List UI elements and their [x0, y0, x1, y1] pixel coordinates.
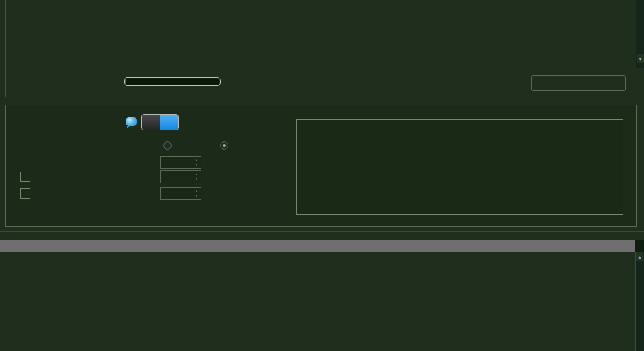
walk-forward-chart: [296, 119, 623, 215]
parameters-scrollbar[interactable]: ▼: [636, 0, 644, 68]
progress-fill: [125, 78, 126, 85]
out-sample-input[interactable]: ▲▼: [160, 187, 201, 200]
table-section-divider: [0, 231, 644, 232]
section-divider: [5, 97, 638, 97]
strategy-optimizer-window: ▼ ▲▼ ▲▼: [0, 0, 644, 351]
panel-left-border: [5, 0, 6, 97]
results-table-body: [0, 252, 635, 351]
results-scrollbar[interactable]: ▲: [635, 252, 644, 351]
radio-gekoppeld[interactable]: [163, 141, 172, 150]
in-sample-swatch: [20, 172, 30, 182]
auto-adjust-button[interactable]: [531, 75, 626, 91]
voorval-input[interactable]: ▲▼: [160, 156, 201, 169]
toggle-inactief-button[interactable]: [160, 115, 178, 130]
walk-forward-panel: ▲▼ ▲▼ ▲▼: [5, 105, 637, 227]
help-bubble-icon[interactable]: [126, 117, 137, 126]
spinner-arrows-icon[interactable]: ▲▼: [192, 190, 201, 197]
scroll-down-icon[interactable]: ▼: [637, 54, 644, 63]
header-corner: [635, 240, 644, 252]
spinner-arrows-icon[interactable]: ▲▼: [192, 173, 201, 181]
in-sample-input[interactable]: ▲▼: [160, 170, 201, 183]
out-sample-swatch: [20, 188, 30, 199]
walk-forward-toggle: [141, 114, 179, 130]
scroll-up-icon[interactable]: ▲: [636, 252, 643, 261]
radio-niet-gekoppeld[interactable]: [220, 141, 228, 150]
combinations-label: [12, 77, 15, 86]
spinner-arrows-icon[interactable]: ▲▼: [192, 159, 201, 166]
combinations-progress-bar: [124, 77, 221, 86]
toggle-actief-button[interactable]: [142, 115, 160, 130]
results-table-header[interactable]: [0, 240, 635, 252]
